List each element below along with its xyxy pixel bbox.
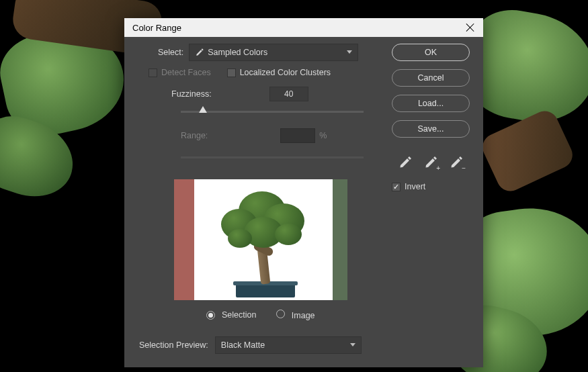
range-unit: % <box>319 131 327 140</box>
minus-icon: − <box>462 165 466 172</box>
eyedropper-sample-tool[interactable] <box>398 155 413 170</box>
preview-thumbnail <box>174 179 347 300</box>
selection-preview-label: Selection Preview: <box>139 340 208 350</box>
range-slider <box>181 151 364 163</box>
radio-image[interactable]: Image <box>276 310 314 320</box>
select-value: Sampled Colors <box>208 48 267 57</box>
select-label: Select: <box>158 48 183 57</box>
fuzziness-slider[interactable] <box>181 105 364 118</box>
ok-button[interactable]: OK <box>392 44 470 61</box>
fuzziness-label: Fuzziness: <box>171 89 212 99</box>
range-input <box>280 128 315 143</box>
radio-selection[interactable]: Selection <box>206 310 256 320</box>
localized-clusters-checkbox[interactable]: Localized Color Clusters <box>227 68 331 77</box>
range-label: Range: <box>181 131 208 140</box>
close-icon[interactable] <box>466 23 475 32</box>
titlebar[interactable]: Color Range <box>124 18 483 37</box>
invert-checkbox[interactable]: Invert <box>392 182 425 191</box>
plus-icon: + <box>436 165 440 172</box>
checkbox-icon[interactable] <box>392 183 401 191</box>
checkbox-icon <box>149 68 157 77</box>
localized-clusters-label: Localized Color Clusters <box>240 68 331 77</box>
color-range-dialog: Color Range Select: Sampled Colors Detec… <box>124 18 483 367</box>
chevron-down-icon <box>347 50 352 54</box>
chevron-down-icon <box>350 343 355 346</box>
eyedropper-icon <box>195 48 204 57</box>
save-button[interactable]: Save... <box>392 120 470 138</box>
checkbox-icon[interactable] <box>227 68 236 77</box>
selection-preview-value: Black Matte <box>221 340 265 350</box>
radio-image-label: Image <box>292 311 315 320</box>
select-dropdown[interactable]: Sampled Colors <box>189 44 358 61</box>
detect-faces-label: Detect Faces <box>161 68 211 77</box>
selection-preview-dropdown[interactable]: Black Matte <box>215 336 362 354</box>
dialog-title: Color Range <box>132 23 181 33</box>
radio-selection-label: Selection <box>222 310 256 320</box>
slider-thumb-icon[interactable] <box>199 106 207 113</box>
fuzziness-input[interactable]: 40 <box>269 87 308 101</box>
eyedropper-add-tool[interactable]: + <box>423 155 438 170</box>
detect-faces-checkbox: Detect Faces <box>149 68 211 77</box>
cancel-button[interactable]: Cancel <box>392 69 470 87</box>
radio-icon[interactable] <box>276 310 285 318</box>
radio-icon[interactable] <box>206 311 215 320</box>
eyedropper-subtract-tool[interactable]: − <box>449 155 464 170</box>
load-button[interactable]: Load... <box>392 95 470 112</box>
invert-label: Invert <box>405 182 425 191</box>
